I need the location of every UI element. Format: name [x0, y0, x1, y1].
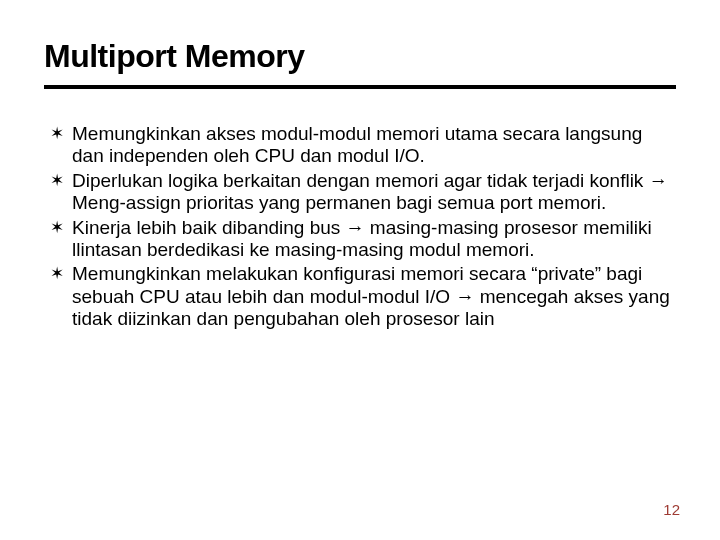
slide: Multiport Memory ✶ Memungkinkan akses mo…	[0, 0, 720, 540]
bullet-icon: ✶	[50, 123, 72, 145]
slide-title: Multiport Memory	[44, 38, 676, 75]
bullet-text: Diperlukan logika berkaitan dengan memor…	[72, 170, 676, 215]
bullet-list: ✶ Memungkinkan akses modul-modul memori …	[44, 123, 676, 331]
bullet-icon: ✶	[50, 217, 72, 239]
bullet-text: Kinerja lebih baik dibanding bus → masin…	[72, 217, 676, 262]
list-item: ✶ Diperlukan logika berkaitan dengan mem…	[50, 170, 676, 215]
bullet-icon: ✶	[50, 170, 72, 192]
page-number: 12	[663, 501, 680, 518]
list-item: ✶ Kinerja lebih baik dibanding bus → mas…	[50, 217, 676, 262]
bullet-icon: ✶	[50, 263, 72, 285]
list-item: ✶ Memungkinkan akses modul-modul memori …	[50, 123, 676, 168]
list-item: ✶ Memungkinkan melakukan konfigurasi mem…	[50, 263, 676, 330]
bullet-text: Memungkinkan akses modul-modul memori ut…	[72, 123, 676, 168]
title-underline	[44, 85, 676, 89]
bullet-text: Memungkinkan melakukan konfigurasi memor…	[72, 263, 676, 330]
